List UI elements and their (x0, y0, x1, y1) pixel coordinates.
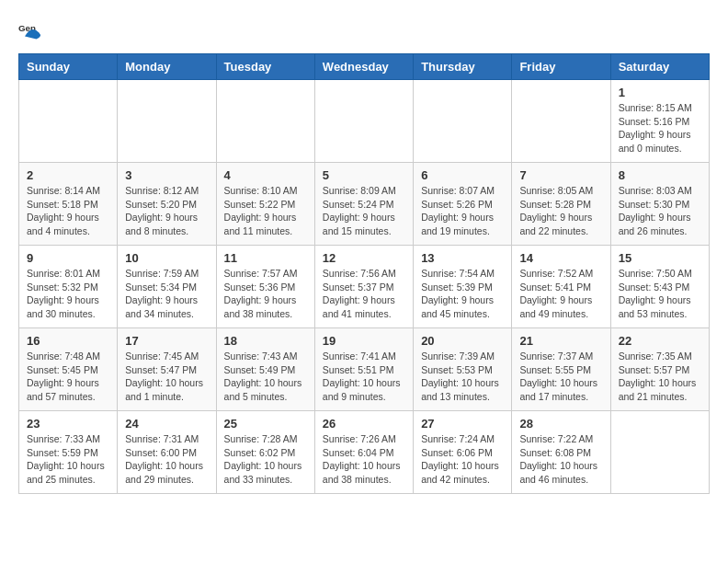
day-info: Sunrise: 7:37 AM Sunset: 5:55 PM Dayligh… (519, 350, 602, 404)
day-info: Sunrise: 8:05 AM Sunset: 5:28 PM Dayligh… (519, 184, 602, 238)
day-number: 26 (323, 417, 405, 431)
calendar-cell (414, 80, 512, 163)
calendar-week-row: 16Sunrise: 7:48 AM Sunset: 5:45 PM Dayli… (19, 328, 710, 411)
logo-icon: Gen (18, 18, 44, 44)
day-header-sunday: Sunday (19, 54, 118, 80)
day-number: 15 (619, 251, 701, 265)
calendar-cell: 11Sunrise: 7:57 AM Sunset: 5:36 PM Dayli… (216, 246, 314, 328)
day-info: Sunrise: 7:45 AM Sunset: 5:47 PM Dayligh… (125, 350, 208, 404)
calendar-cell (314, 80, 413, 163)
calendar-cell: 28Sunrise: 7:22 AM Sunset: 6:08 PM Dayli… (512, 411, 610, 494)
calendar-cell: 13Sunrise: 7:54 AM Sunset: 5:39 PM Dayli… (414, 246, 512, 328)
day-info: Sunrise: 8:03 AM Sunset: 5:30 PM Dayligh… (619, 184, 701, 238)
day-info: Sunrise: 8:12 AM Sunset: 5:20 PM Dayligh… (125, 184, 208, 238)
day-header-friday: Friday (512, 54, 610, 80)
calendar-cell: 5Sunrise: 8:09 AM Sunset: 5:24 PM Daylig… (314, 163, 413, 246)
calendar-cell: 19Sunrise: 7:41 AM Sunset: 5:51 PM Dayli… (314, 328, 413, 411)
day-number: 14 (519, 251, 602, 265)
calendar-cell: 2Sunrise: 8:14 AM Sunset: 5:18 PM Daylig… (19, 163, 118, 246)
day-info: Sunrise: 7:52 AM Sunset: 5:41 PM Dayligh… (519, 267, 602, 321)
day-header-monday: Monday (118, 54, 216, 80)
day-number: 25 (224, 417, 307, 431)
day-header-saturday: Saturday (610, 54, 709, 80)
day-number: 21 (519, 334, 602, 348)
calendar-cell: 27Sunrise: 7:24 AM Sunset: 6:06 PM Dayli… (414, 411, 512, 494)
day-header-wednesday: Wednesday (314, 54, 413, 80)
page-header: Gen (18, 18, 710, 44)
day-number: 3 (125, 168, 208, 182)
day-number: 17 (125, 334, 208, 348)
day-info: Sunrise: 7:41 AM Sunset: 5:51 PM Dayligh… (323, 350, 405, 404)
calendar-cell: 21Sunrise: 7:37 AM Sunset: 5:55 PM Dayli… (512, 328, 610, 411)
calendar-cell: 6Sunrise: 8:07 AM Sunset: 5:26 PM Daylig… (414, 163, 512, 246)
calendar-cell: 25Sunrise: 7:28 AM Sunset: 6:02 PM Dayli… (216, 411, 314, 494)
day-number: 2 (27, 168, 109, 182)
day-number: 27 (421, 417, 504, 431)
calendar-cell (512, 80, 610, 163)
day-info: Sunrise: 7:50 AM Sunset: 5:43 PM Dayligh… (619, 267, 701, 321)
day-number: 24 (125, 417, 208, 431)
calendar-cell (19, 80, 118, 163)
day-number: 11 (224, 251, 307, 265)
calendar-cell: 20Sunrise: 7:39 AM Sunset: 5:53 PM Dayli… (414, 328, 512, 411)
day-number: 13 (421, 251, 504, 265)
day-number: 20 (421, 334, 504, 348)
calendar-cell: 23Sunrise: 7:33 AM Sunset: 5:59 PM Dayli… (19, 411, 118, 494)
day-info: Sunrise: 7:26 AM Sunset: 6:04 PM Dayligh… (323, 432, 405, 487)
calendar-cell (118, 80, 216, 163)
day-number: 8 (619, 168, 701, 182)
calendar-cell: 10Sunrise: 7:59 AM Sunset: 5:34 PM Dayli… (118, 246, 216, 328)
day-info: Sunrise: 7:28 AM Sunset: 6:02 PM Dayligh… (224, 432, 307, 487)
calendar-week-row: 9Sunrise: 8:01 AM Sunset: 5:32 PM Daylig… (19, 246, 710, 328)
day-info: Sunrise: 7:59 AM Sunset: 5:34 PM Dayligh… (125, 267, 208, 321)
day-info: Sunrise: 7:43 AM Sunset: 5:49 PM Dayligh… (224, 350, 307, 404)
calendar-cell: 4Sunrise: 8:10 AM Sunset: 5:22 PM Daylig… (216, 163, 314, 246)
day-header-tuesday: Tuesday (216, 54, 314, 80)
day-info: Sunrise: 8:10 AM Sunset: 5:22 PM Dayligh… (224, 184, 307, 238)
calendar-cell: 18Sunrise: 7:43 AM Sunset: 5:49 PM Dayli… (216, 328, 314, 411)
calendar-table: SundayMondayTuesdayWednesdayThursdayFrid… (18, 53, 710, 494)
day-number: 1 (619, 86, 701, 99)
day-info: Sunrise: 8:14 AM Sunset: 5:18 PM Dayligh… (27, 184, 109, 238)
day-info: Sunrise: 7:48 AM Sunset: 5:45 PM Dayligh… (27, 350, 109, 404)
day-number: 7 (519, 168, 602, 182)
calendar-cell: 26Sunrise: 7:26 AM Sunset: 6:04 PM Dayli… (314, 411, 413, 494)
calendar-cell: 8Sunrise: 8:03 AM Sunset: 5:30 PM Daylig… (610, 163, 709, 246)
calendar-cell: 16Sunrise: 7:48 AM Sunset: 5:45 PM Dayli… (19, 328, 118, 411)
day-number: 22 (619, 334, 701, 348)
day-number: 28 (519, 417, 602, 431)
day-info: Sunrise: 7:24 AM Sunset: 6:06 PM Dayligh… (421, 432, 504, 487)
calendar-cell: 9Sunrise: 8:01 AM Sunset: 5:32 PM Daylig… (19, 246, 118, 328)
calendar-cell: 17Sunrise: 7:45 AM Sunset: 5:47 PM Dayli… (118, 328, 216, 411)
logo: Gen (18, 18, 48, 44)
calendar-cell: 12Sunrise: 7:56 AM Sunset: 5:37 PM Dayli… (314, 246, 413, 328)
day-info: Sunrise: 7:33 AM Sunset: 5:59 PM Dayligh… (27, 432, 109, 487)
calendar-week-row: 23Sunrise: 7:33 AM Sunset: 5:59 PM Dayli… (19, 411, 710, 494)
day-number: 18 (224, 334, 307, 348)
day-number: 10 (125, 251, 208, 265)
day-info: Sunrise: 8:07 AM Sunset: 5:26 PM Dayligh… (421, 184, 504, 238)
day-info: Sunrise: 7:54 AM Sunset: 5:39 PM Dayligh… (421, 267, 504, 321)
day-info: Sunrise: 8:01 AM Sunset: 5:32 PM Dayligh… (27, 267, 109, 321)
day-info: Sunrise: 7:22 AM Sunset: 6:08 PM Dayligh… (519, 432, 602, 487)
calendar-cell: 14Sunrise: 7:52 AM Sunset: 5:41 PM Dayli… (512, 246, 610, 328)
calendar-header-row: SundayMondayTuesdayWednesdayThursdayFrid… (19, 54, 710, 80)
day-info: Sunrise: 7:35 AM Sunset: 5:57 PM Dayligh… (619, 350, 701, 404)
day-number: 6 (421, 168, 504, 182)
calendar-week-row: 1Sunrise: 8:15 AM Sunset: 5:16 PM Daylig… (19, 80, 710, 163)
calendar-cell: 15Sunrise: 7:50 AM Sunset: 5:43 PM Dayli… (610, 246, 709, 328)
day-info: Sunrise: 8:09 AM Sunset: 5:24 PM Dayligh… (323, 184, 405, 238)
day-number: 19 (323, 334, 405, 348)
calendar-cell: 7Sunrise: 8:05 AM Sunset: 5:28 PM Daylig… (512, 163, 610, 246)
day-number: 12 (323, 251, 405, 265)
day-number: 5 (323, 168, 405, 182)
calendar-cell: 22Sunrise: 7:35 AM Sunset: 5:57 PM Dayli… (610, 328, 709, 411)
calendar-cell: 24Sunrise: 7:31 AM Sunset: 6:00 PM Dayli… (118, 411, 216, 494)
day-info: Sunrise: 7:39 AM Sunset: 5:53 PM Dayligh… (421, 350, 504, 404)
day-info: Sunrise: 7:57 AM Sunset: 5:36 PM Dayligh… (224, 267, 307, 321)
day-info: Sunrise: 7:56 AM Sunset: 5:37 PM Dayligh… (323, 267, 405, 321)
day-number: 16 (27, 334, 109, 348)
calendar-cell: 3Sunrise: 8:12 AM Sunset: 5:20 PM Daylig… (118, 163, 216, 246)
day-number: 23 (27, 417, 109, 431)
calendar-cell (610, 411, 709, 494)
